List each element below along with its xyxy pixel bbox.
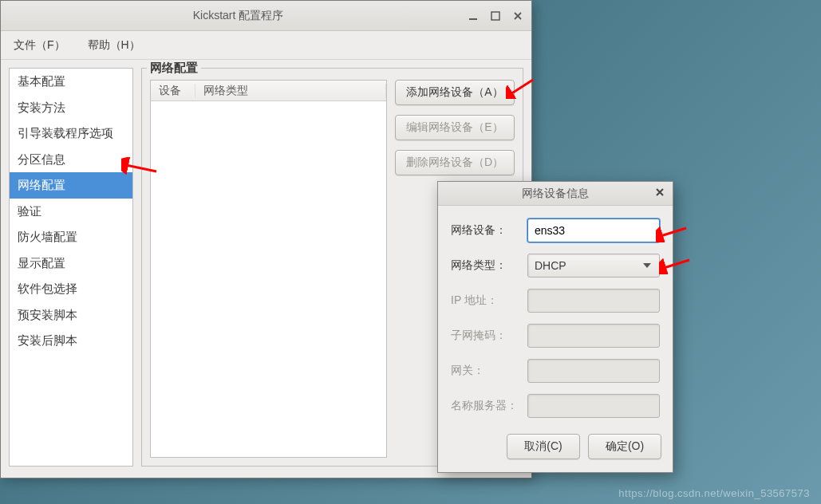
watermark: https://blog.csdn.net/weixin_53567573 bbox=[618, 487, 810, 499]
delete-device-button[interactable]: 删除网络设备（D） bbox=[395, 150, 515, 175]
maximize-button[interactable] bbox=[490, 10, 501, 22]
sidebar-item-display[interactable]: 显示配置 bbox=[10, 250, 132, 277]
main-titlebar[interactable]: Kickstart 配置程序 bbox=[1, 1, 531, 31]
sidebar-item-packages[interactable]: 软件包选择 bbox=[10, 276, 132, 302]
sidebar-item-network[interactable]: 网络配置 bbox=[10, 172, 132, 199]
sidebar-item-basic[interactable]: 基本配置 bbox=[10, 69, 132, 95]
label-gateway: 网关： bbox=[451, 364, 523, 378]
close-button[interactable] bbox=[512, 10, 523, 22]
input-netmask bbox=[527, 324, 660, 348]
edit-device-button[interactable]: 编辑网络设备（E） bbox=[395, 115, 515, 140]
ok-button[interactable]: 确定(O) bbox=[588, 434, 661, 459]
label-type: 网络类型： bbox=[451, 258, 523, 273]
input-ip bbox=[527, 289, 660, 313]
label-device: 网络设备： bbox=[451, 223, 523, 238]
sidebar-item-postscript[interactable]: 安装后脚本 bbox=[10, 328, 132, 354]
sidebar-item-firewall[interactable]: 防火墙配置 bbox=[10, 224, 132, 250]
svg-rect-0 bbox=[469, 18, 477, 20]
menubar: 文件（F） 帮助（H） bbox=[1, 31, 531, 60]
combo-type-value: DHCP bbox=[535, 259, 566, 272]
device-table[interactable]: 设备 网络类型 bbox=[150, 80, 387, 458]
sidebar: 基本配置 安装方法 引导装载程序选项 分区信息 网络配置 验证 防火墙配置 显示… bbox=[9, 68, 133, 467]
label-nameserver: 名称服务器： bbox=[451, 399, 523, 413]
minimize-button[interactable] bbox=[468, 10, 479, 22]
sidebar-item-install[interactable]: 安装方法 bbox=[10, 95, 132, 121]
window-title: Kickstart 配置程序 bbox=[9, 9, 468, 23]
add-device-button[interactable]: 添加网络设备（A） bbox=[395, 80, 515, 105]
dialog-close-button[interactable] bbox=[655, 187, 665, 199]
combo-type[interactable]: DHCP bbox=[527, 254, 660, 278]
svg-rect-1 bbox=[491, 12, 499, 20]
input-gateway bbox=[527, 359, 660, 383]
input-nameserver bbox=[527, 394, 660, 418]
fieldset-legend: 网络配置 bbox=[147, 61, 201, 76]
sidebar-item-auth[interactable]: 验证 bbox=[10, 199, 132, 225]
menu-help[interactable]: 帮助（H） bbox=[88, 38, 140, 53]
sidebar-item-prescript[interactable]: 预安装脚本 bbox=[10, 302, 132, 329]
device-info-dialog: 网络设备信息 网络设备： 网络类型： DHCP IP 地址： 子网掩码： 网关：… bbox=[437, 181, 673, 473]
col-type[interactable]: 网络类型 bbox=[195, 84, 386, 98]
dialog-titlebar[interactable]: 网络设备信息 bbox=[438, 182, 673, 206]
input-device[interactable] bbox=[527, 219, 660, 242]
sidebar-item-partition[interactable]: 分区信息 bbox=[10, 147, 132, 173]
window-controls bbox=[468, 10, 523, 22]
menu-file[interactable]: 文件（F） bbox=[14, 38, 65, 53]
dialog-form: 网络设备： 网络类型： DHCP IP 地址： 子网掩码： 网关： 名称服务器： bbox=[438, 206, 673, 426]
dialog-title: 网络设备信息 bbox=[446, 187, 665, 201]
dialog-buttons: 取消(C) 确定(O) bbox=[438, 426, 673, 472]
table-header: 设备 网络类型 bbox=[151, 81, 386, 101]
chevron-down-icon bbox=[643, 263, 651, 268]
cancel-button[interactable]: 取消(C) bbox=[507, 434, 580, 459]
label-ip: IP 地址： bbox=[451, 293, 523, 308]
sidebar-item-bootloader[interactable]: 引导装载程序选项 bbox=[10, 120, 132, 147]
label-netmask: 子网掩码： bbox=[451, 329, 523, 343]
col-device[interactable]: 设备 bbox=[151, 84, 195, 98]
